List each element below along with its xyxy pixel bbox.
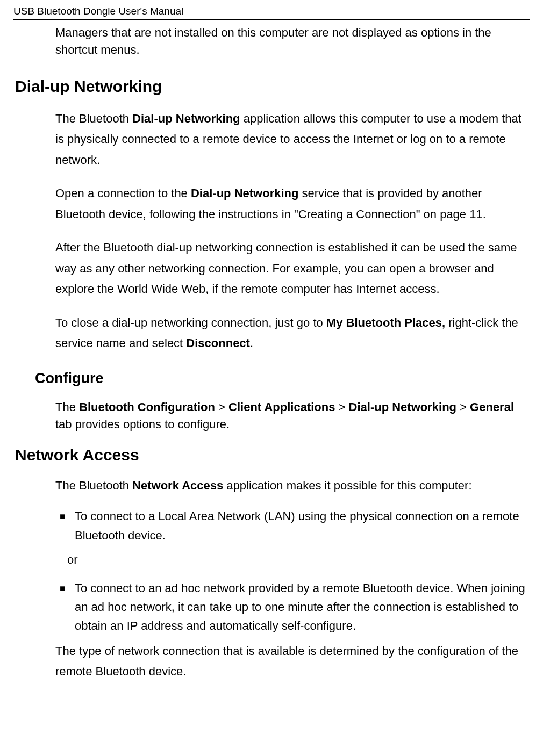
text: tab provides options to configure.	[55, 417, 230, 431]
text-bold: Disconnect	[186, 336, 250, 350]
list-item: ■ To connect to an ad hoc network provid…	[55, 579, 530, 636]
network-list: ■ To connect to a Local Area Network (LA…	[55, 507, 530, 544]
list-item-text: To connect to a Local Area Network (LAN)…	[75, 507, 530, 544]
text: The Bluetooth	[55, 479, 132, 492]
text-bold: My Bluetooth Places,	[326, 316, 445, 329]
header-note: Managers that are not installed on this …	[55, 24, 530, 59]
dialup-para-3: After the Bluetooth dial-up networking c…	[55, 237, 530, 300]
text: Open a connection to the	[55, 186, 191, 200]
header-title: USB Bluetooth Dongle User's Manual	[13, 5, 530, 17]
list-item-text: To connect to an ad hoc network provided…	[75, 579, 530, 636]
heading-network-access: Network Access	[13, 446, 530, 464]
text: >	[335, 400, 348, 414]
document-page: USB Bluetooth Dongle User's Manual Manag…	[0, 0, 543, 696]
or-separator: or	[67, 550, 530, 569]
network-para-2: The type of network connection that is a…	[55, 641, 530, 682]
dialup-para-4: To close a dial-up networking connection…	[55, 313, 530, 354]
header-rule	[13, 19, 530, 20]
square-bullet-icon: ■	[55, 507, 75, 544]
text: The	[55, 400, 79, 414]
heading-configure: Configure	[35, 370, 530, 387]
text-bold: Dial-up Networking	[191, 186, 298, 200]
heading-dialup: Dial-up Networking	[13, 77, 530, 96]
network-list: ■ To connect to an ad hoc network provid…	[55, 579, 530, 636]
text-bold: Dial-up Networking	[349, 400, 456, 414]
text-bold: Dial-up Networking	[132, 112, 240, 125]
configure-para-1: The Bluetooth Configuration > Client App…	[55, 399, 530, 433]
text: To close a dial-up networking connection…	[55, 316, 326, 329]
text-bold: General	[470, 400, 514, 414]
text: >	[456, 400, 470, 414]
text-bold: Network Access	[132, 479, 223, 492]
square-bullet-icon: ■	[55, 579, 75, 636]
text: >	[215, 400, 228, 414]
text: The Bluetooth	[55, 112, 132, 125]
list-item: ■ To connect to a Local Area Network (LA…	[55, 507, 530, 544]
page-header: USB Bluetooth Dongle User's Manual Manag…	[13, 5, 530, 63]
dialup-para-1: The Bluetooth Dial-up Networking applica…	[55, 109, 530, 171]
network-para-1: The Bluetooth Network Access application…	[55, 477, 530, 494]
text-bold: Bluetooth Configuration	[79, 400, 215, 414]
text: application makes it possible for this c…	[223, 479, 471, 492]
text-bold: Client Applications	[228, 400, 335, 414]
dialup-para-2: Open a connection to the Dial-up Network…	[55, 183, 530, 225]
text: .	[250, 336, 253, 350]
